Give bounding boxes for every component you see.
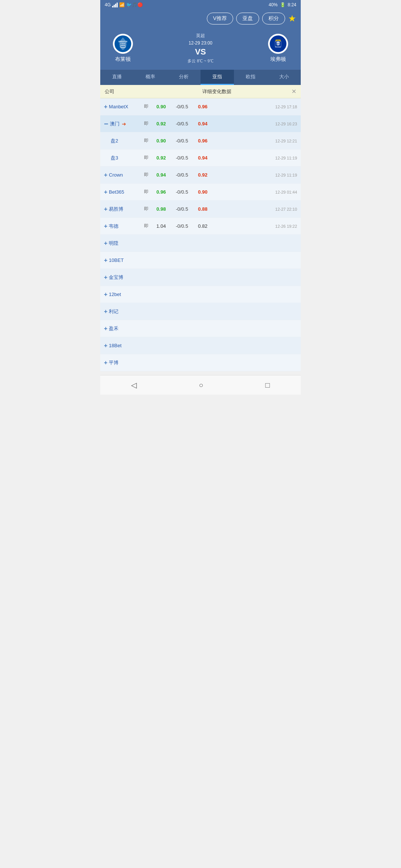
v-recommend-button[interactable]: V推荐 [207, 13, 233, 24]
ji-label: 即 [141, 138, 151, 144]
handicap: -0/0.5 [171, 172, 193, 178]
table-row: − 澳门 ➜ 即 0.92 -0/0.5 0.94 12-29 16:23 [100, 115, 301, 132]
arrow-right-icon: ➜ [122, 121, 126, 127]
home-team: BRIGHTON & HOVE ALBION 布莱顿 [106, 34, 140, 63]
close-detail-button[interactable]: ✕ [291, 88, 296, 95]
handicap: -0/0.5 [171, 206, 193, 212]
ji-label: 即 [141, 155, 151, 161]
expand-icon[interactable]: + [104, 223, 107, 230]
company-name: 盘3 [111, 155, 118, 161]
company-name: 盈禾 [109, 325, 118, 332]
tab-size[interactable]: 大小 [267, 70, 301, 85]
table-row: + Bet365 即 0.96 -0/0.5 0.90 12-29 01:44 [100, 184, 301, 201]
top-nav: V推荐 亚盘 积分 ★ [100, 10, 301, 29]
away-team: EFC Everton 埃弗顿 [261, 34, 295, 63]
company-name: 18Bet [109, 343, 121, 348]
weather-info: 多云 8℃ ~ 9℃ [188, 58, 213, 64]
expand-icon[interactable]: + [104, 206, 107, 213]
company-cell: + 金宝博 [100, 271, 141, 284]
company-cell: 盘3 [100, 152, 141, 164]
value1: 0.96 [151, 189, 171, 195]
detail-header-label: 详细变化数据 [142, 88, 291, 95]
tab-live[interactable]: 直播 [100, 70, 134, 85]
company-name: 盘2 [111, 138, 118, 144]
tab-euro[interactable]: 欧指 [234, 70, 267, 85]
app-icons: 🐦🎵🔴 [126, 2, 143, 7]
ya-pan-button[interactable]: 亚盘 [236, 13, 259, 24]
timestamp: 12-26 19:22 [212, 224, 301, 228]
company-name: Bet365 [109, 189, 124, 195]
table-row: + 18Bet [100, 337, 301, 354]
home-button[interactable]: ○ [199, 381, 203, 389]
expand-icon[interactable]: + [104, 274, 107, 281]
status-bar: 4G 📶 🐦🎵🔴 40% 🔋 8:24 [100, 0, 301, 10]
expand-icon[interactable]: + [104, 291, 107, 298]
time-display: 8:24 [288, 2, 296, 7]
handicap: -0/0.5 [171, 104, 193, 109]
company-cell: + 18Bet [100, 339, 141, 352]
home-team-name: 布莱顿 [115, 56, 131, 63]
tabs-bar: 直播 概率 分析 亚指 欧指 大小 [100, 70, 301, 85]
value1: 0.94 [151, 172, 171, 178]
ji-fen-button[interactable]: 积分 [262, 13, 285, 24]
back-button[interactable]: ◁ [131, 381, 137, 389]
company-cell: + Crown [100, 169, 141, 181]
expand-icon[interactable]: + [104, 359, 107, 366]
value3: 0.94 [193, 155, 212, 161]
ji-label: 即 [141, 223, 151, 229]
expand-icon[interactable]: + [104, 103, 107, 110]
expand-icon[interactable]: + [104, 342, 107, 349]
value1: 0.90 [151, 138, 171, 144]
expand-icon[interactable]: + [104, 257, 107, 264]
match-info: 英超 12-29 23:00 VS 多云 8℃ ~ 9℃ [140, 33, 261, 64]
expand-icon[interactable]: + [104, 240, 107, 247]
svg-text:& HOVE: & HOVE [120, 43, 125, 45]
table-row: 盘3 即 0.92 -0/0.5 0.94 12-29 11:19 [100, 149, 301, 167]
expand-icon[interactable]: + [104, 189, 107, 195]
recents-button[interactable]: □ [265, 381, 270, 389]
collapse-icon[interactable]: − [104, 120, 108, 128]
tab-asian[interactable]: 亚指 [200, 70, 234, 85]
table-row: + 易胜博 即 0.98 -0/0.5 0.88 12-27 22:10 [100, 201, 301, 218]
timestamp: 12-27 22:10 [212, 207, 301, 211]
company-header: 公司 [105, 88, 142, 95]
battery-icon: 🔋 [280, 2, 286, 7]
company-cell: + 平博 [100, 356, 141, 369]
table-row: + 利记 [100, 303, 301, 320]
value1: 0.92 [151, 155, 171, 161]
away-team-name: 埃弗顿 [270, 56, 286, 63]
timestamp: 12-29 11:19 [212, 156, 301, 160]
timestamp: 12-29 12:21 [212, 139, 301, 143]
company-cell: 盘2 [100, 135, 141, 147]
timestamp: 12-29 17:18 [212, 105, 301, 109]
ji-label: 即 [141, 189, 151, 195]
handicap: -0/0.5 [171, 138, 193, 144]
away-team-logo: EFC Everton [268, 34, 288, 54]
company-cell: + 盈禾 [100, 322, 141, 335]
wifi-icon: 📶 [119, 2, 125, 7]
table-row: + 明陞 [100, 235, 301, 252]
ji-label: 即 [141, 172, 151, 178]
tab-analysis[interactable]: 分析 [167, 70, 200, 85]
company-name: 金宝博 [109, 274, 123, 281]
favorite-button[interactable]: ★ [288, 13, 296, 24]
value1: 1.04 [151, 223, 171, 229]
data-section: 公司 详细变化数据 ✕ + ManbetX 即 0.90 -0/0.5 0.96… [100, 85, 301, 371]
expand-icon[interactable]: + [104, 325, 107, 332]
company-name: ManbetX [109, 104, 128, 109]
expand-icon[interactable]: + [104, 308, 107, 315]
detail-header-row: 公司 详细变化数据 ✕ [100, 85, 301, 98]
tab-odds[interactable]: 概率 [134, 70, 167, 85]
ji-label: 即 [141, 121, 151, 127]
signal-icon [112, 3, 118, 7]
match-time: 12-29 23:00 [189, 40, 212, 46]
match-header: BRIGHTON & HOVE ALBION 布莱顿 英超 12-29 23:0… [100, 29, 301, 70]
company-name: 明陞 [109, 240, 118, 247]
value1: 0.90 [151, 104, 171, 109]
ji-label: 即 [141, 103, 151, 110]
table-row: + 10BET [100, 252, 301, 269]
status-left: 4G 📶 🐦🎵🔴 [105, 2, 143, 7]
table-row: + 韦德 即 1.04 -0/0.5 0.82 12-26 19:22 [100, 218, 301, 235]
expand-icon[interactable]: + [104, 172, 107, 178]
company-name: 利记 [109, 308, 118, 315]
